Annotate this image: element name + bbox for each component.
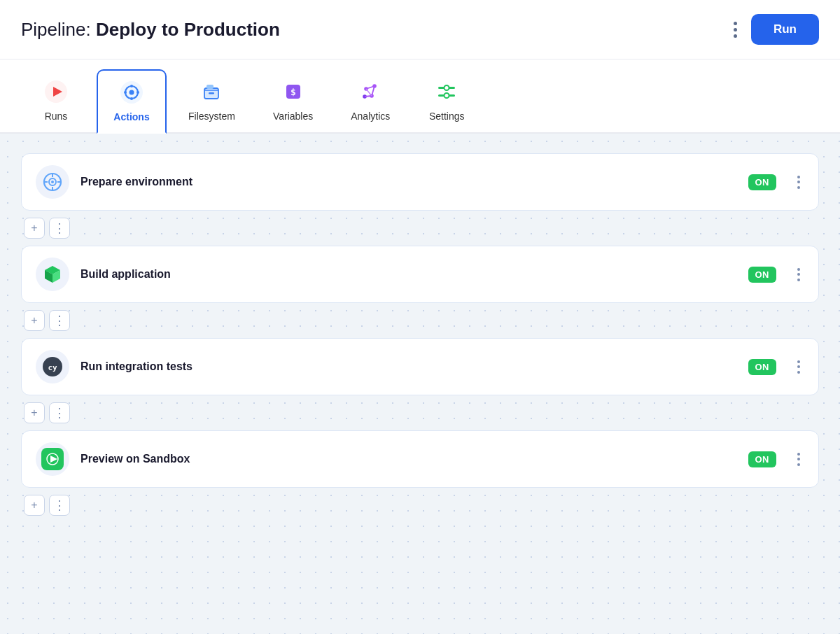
svg-point-6 [130,97,133,100]
tab-variables[interactable]: $ Variables [257,69,329,132]
tab-variables-label: Variables [273,111,313,122]
tab-actions[interactable]: Actions [97,69,167,134]
analytics-icon [357,78,384,105]
action-status-preview-sandbox: ON [748,451,777,467]
tab-analytics-label: Analytics [351,111,390,122]
add-after-1-button[interactable]: + [24,218,45,239]
tab-settings-label: Settings [429,111,465,122]
tabs-bar: Runs Actions [0,59,840,134]
action-name-prepare-env: Prepare environment [80,176,737,188]
prepare-env-icon [36,165,69,199]
page-wrapper: Pipeline: Deploy to Production Run Runs [0,0,840,634]
actions-icon [118,79,145,106]
spacer-row-4: + ⋮ [24,488,819,523]
action-more-prepare-env[interactable] [793,173,804,192]
more-after-1-button[interactable]: ⋮ [49,218,70,239]
more-after-4-button[interactable]: ⋮ [49,495,70,516]
add-after-2-button[interactable]: + [24,310,45,331]
header-more-button[interactable] [729,17,741,42]
add-after-3-button[interactable]: + [24,402,45,423]
action-more-preview-sandbox[interactable] [793,450,804,469]
spacer-row-1: + ⋮ [24,211,819,246]
svg-point-7 [124,91,127,94]
main-content: Prepare environment ON + ⋮ [0,134,840,634]
svg-rect-11 [206,85,214,89]
action-name-run-tests: Run integration tests [80,360,737,373]
svg-point-29 [444,93,449,98]
settings-icon [433,78,460,105]
svg-line-23 [366,89,372,96]
action-card-build-app: Build application ON [21,246,819,303]
action-name-preview-sandbox: Preview on Sandbox [80,453,737,465]
tab-actions-label: Actions [113,111,149,122]
svg-point-5 [130,85,133,87]
svg-point-26 [444,85,449,90]
build-app-icon [36,258,69,291]
action-card-prepare-env: Prepare environment ON [21,153,819,211]
spacer-row-3: + ⋮ [24,395,819,430]
header-actions: Run [729,14,819,45]
action-more-build-app[interactable] [793,265,804,284]
svg-line-22 [365,96,372,97]
action-status-run-tests: ON [748,359,777,375]
action-status-prepare-env: ON [748,174,777,190]
tab-filesystem-label: Filesystem [188,111,235,122]
tab-runs-label: Runs [45,111,68,122]
tab-runs[interactable]: Runs [21,69,91,132]
action-status-build-app: ON [748,267,777,283]
svg-text:cy: cy [48,363,57,372]
preview-sandbox-icon [36,442,69,476]
spacer-row-2: + ⋮ [24,303,819,338]
svg-point-32 [51,181,54,183]
svg-point-8 [136,91,139,94]
variables-icon: $ [280,78,307,105]
run-button[interactable]: Run [751,14,819,45]
tab-settings[interactable]: Settings [412,69,482,132]
dot [734,28,737,31]
page-title: Pipeline: Deploy to Production [21,19,280,41]
action-card-preview-sandbox: Preview on Sandbox ON [21,430,819,488]
action-more-run-tests[interactable] [793,358,804,376]
action-card-run-tests: cy Run integration tests ON [21,338,819,395]
svg-line-21 [372,86,374,96]
more-after-3-button[interactable]: ⋮ [49,402,70,423]
runs-icon [43,78,69,105]
filesystem-icon [198,78,225,105]
more-after-2-button[interactable]: ⋮ [49,310,70,331]
run-tests-icon: cy [36,350,69,383]
svg-point-4 [130,90,134,95]
dot [734,34,737,38]
add-after-4-button[interactable]: + [24,495,45,516]
tab-analytics[interactable]: Analytics [335,69,406,132]
tab-filesystem[interactable]: Filesystem [172,69,251,132]
page-header: Pipeline: Deploy to Production Run [0,0,840,59]
dot [734,22,737,25]
svg-text:$: $ [290,87,296,97]
action-name-build-app: Build application [80,268,737,281]
svg-rect-12 [209,92,214,94]
